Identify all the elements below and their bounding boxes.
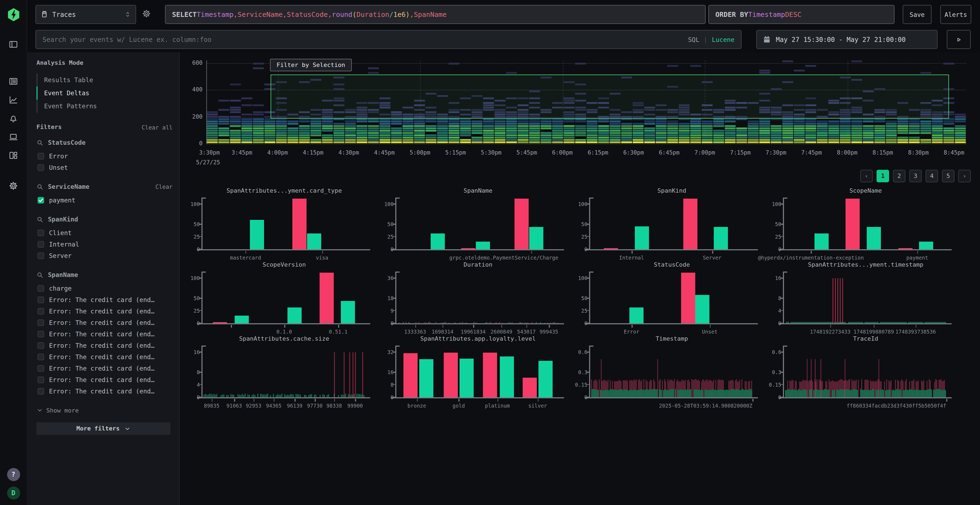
filter-option[interactable]: Error (37, 150, 173, 162)
search-icon[interactable] (37, 216, 43, 223)
filter-option[interactable]: payment (37, 194, 173, 206)
checkbox[interactable] (38, 152, 44, 159)
filter-option[interactable]: Error: The credit card (end… (37, 305, 173, 317)
run-query-button[interactable] (947, 30, 971, 49)
y-axis-tick (781, 204, 783, 205)
y-axis-tick-label: 36 (387, 275, 394, 281)
x-axis-tick (322, 251, 323, 254)
y-axis-tick (393, 204, 395, 205)
filter-option[interactable]: Unset (37, 162, 173, 173)
lucene-toggle[interactable]: Lucene (712, 36, 735, 43)
help-button[interactable]: ? (7, 468, 20, 481)
y-axis-tick-label: 25 (775, 233, 781, 240)
x-axis-tick (442, 325, 444, 327)
y-axis-tick (199, 278, 202, 279)
sessions-laptop-icon[interactable] (6, 130, 21, 144)
alerts-button[interactable]: Alerts (940, 5, 971, 24)
checkbox[interactable] (38, 285, 44, 291)
filter-option[interactable]: Error: The credit card (end… (37, 340, 173, 351)
checkbox[interactable] (38, 229, 44, 236)
search-icon[interactable] (37, 139, 43, 146)
search-input[interactable]: Search your events w/ Lucene ex. column:… (35, 30, 741, 49)
filter-by-selection-button[interactable]: Filter by Selection (270, 59, 352, 71)
filter-option[interactable]: Internal (37, 238, 173, 250)
analysis-mode-results-table[interactable]: Results Table (37, 73, 173, 87)
checkbox[interactable] (38, 330, 44, 337)
settings-gear-icon[interactable] (6, 178, 21, 193)
sql-toggle[interactable]: SQL (688, 36, 699, 43)
more-filters-button[interactable]: More filters (37, 422, 170, 435)
filter-option[interactable]: Error: The credit card (end… (37, 374, 173, 385)
checkbox[interactable] (38, 365, 44, 372)
filter-group-servicename: ServiceNameClearpayment (37, 181, 173, 206)
x-axis-tick (315, 399, 315, 402)
checkbox-checked[interactable] (38, 197, 44, 203)
search-logs-icon[interactable] (6, 74, 21, 88)
filter-option[interactable]: Error: The credit card (end… (37, 328, 173, 340)
x-axis-tick (710, 325, 711, 327)
dashboards-icon[interactable] (6, 148, 21, 162)
y-axis-tick-label: 25 (581, 233, 587, 240)
bar-green (695, 295, 710, 323)
y-axis-tick (393, 236, 395, 237)
show-more-toggle[interactable]: Show more (37, 405, 173, 416)
save-button[interactable]: Save (903, 5, 932, 24)
filter-option[interactable]: Error: The credit card (end… (37, 294, 173, 305)
y-axis-tick (393, 352, 395, 353)
clear-all-link[interactable]: Clear all (142, 124, 173, 130)
x-axis-tick (874, 325, 875, 327)
checkbox[interactable] (38, 308, 44, 314)
source-selector[interactable]: Traces (35, 5, 136, 24)
search-icon[interactable] (37, 183, 43, 190)
analysis-mode-event-deltas[interactable]: Event Deltas (37, 87, 173, 100)
x-axis-tick-label: 543017 (517, 329, 536, 335)
bar-green (867, 227, 881, 249)
checkbox[interactable] (38, 376, 44, 383)
x-axis-line (585, 249, 758, 250)
filter-option[interactable]: Error: The credit card (end… (37, 351, 173, 362)
filter-option[interactable]: Error: The credit card (end… (37, 385, 173, 397)
checkbox[interactable] (38, 296, 44, 303)
checkbox[interactable] (38, 241, 44, 247)
chart-line-icon[interactable] (6, 92, 21, 106)
source-settings-gear-icon[interactable] (142, 9, 151, 18)
checkbox[interactable] (38, 342, 44, 349)
filter-option[interactable]: Server (37, 250, 173, 261)
bar-green (629, 308, 644, 323)
panels-icon[interactable] (6, 37, 21, 51)
clear-filter-link[interactable]: Clear (156, 183, 173, 190)
x-axis-line (585, 323, 758, 324)
logo-icon[interactable] (6, 8, 21, 22)
query-token: StatusCode (287, 10, 328, 19)
date-range-picker[interactable]: May 27 15:30:00 - May 27 21:00:00 (756, 30, 937, 49)
x-axis-tick (245, 251, 247, 254)
filter-option[interactable]: Client (37, 227, 173, 238)
checkbox[interactable] (38, 353, 44, 360)
filter-option[interactable]: Error: The credit card (end… (37, 362, 173, 374)
y-axis-tick (393, 224, 395, 225)
x-axis-tick-label: Internal (619, 255, 644, 260)
checkbox[interactable] (38, 252, 44, 259)
filter-option-label: Error (49, 152, 68, 160)
bar-green (814, 233, 828, 249)
y-axis-hook (783, 272, 787, 272)
select-chevrons-icon (124, 11, 131, 18)
orderby-query-input[interactable]: ORDER BY Timestamp DESC (708, 5, 894, 24)
checkbox[interactable] (38, 388, 44, 394)
x-axis-tick-label: 98338 (326, 403, 342, 409)
avatar[interactable]: D (7, 486, 20, 500)
filter-option[interactable]: charge (37, 283, 173, 294)
x-axis-tick (917, 251, 918, 254)
x-axis-line (778, 323, 952, 324)
analysis-mode-event-patterns[interactable]: Event Patterns (37, 100, 173, 113)
x-axis-tick-label: Error (624, 329, 639, 335)
search-icon[interactable] (37, 271, 43, 278)
query-token: ORDER BY (715, 10, 748, 19)
x-axis-tick-label: 89835 (204, 403, 220, 409)
alerts-bell-icon[interactable] (6, 111, 21, 125)
checkbox[interactable] (38, 319, 44, 326)
checkbox[interactable] (38, 164, 44, 171)
filter-option[interactable]: Error: The credit card (end… (37, 317, 173, 328)
y-axis-tick-label: 100 (384, 201, 394, 207)
select-query-input[interactable]: SELECT Timestamp,ServiceName,StatusCode,… (165, 5, 706, 24)
